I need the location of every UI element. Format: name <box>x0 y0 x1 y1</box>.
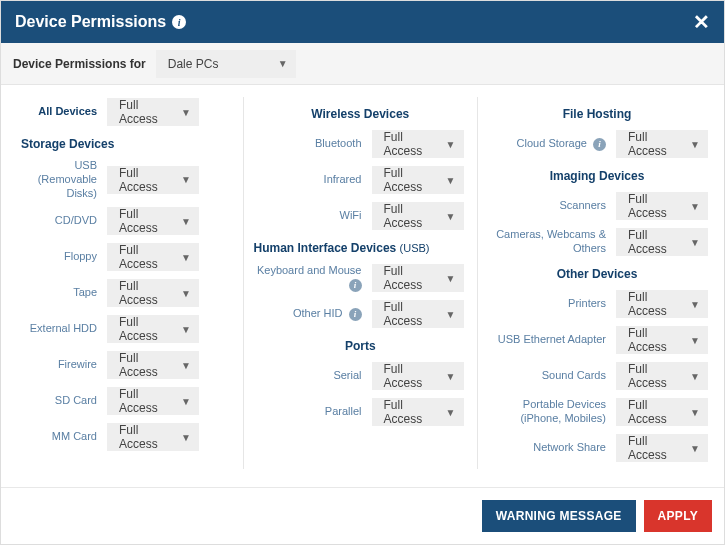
floppy-label: Floppy <box>17 250 107 264</box>
caret-down-icon: ▼ <box>678 237 700 248</box>
bluetooth-label: Bluetooth <box>252 137 372 151</box>
cameras-label: Cameras, Webcams & Others <box>486 228 616 256</box>
column-storage: All Devices Full Access▼ Storage Devices… <box>9 97 243 469</box>
info-icon[interactable]: i <box>593 138 606 151</box>
caret-down-icon: ▼ <box>434 407 456 418</box>
cloud-storage-label: Cloud Storage i <box>486 137 616 151</box>
floppy-select[interactable]: Full Access▼ <box>107 243 199 271</box>
mmcard-select[interactable]: Full Access▼ <box>107 423 199 451</box>
other-hid-label: Other HID i <box>252 307 372 321</box>
file-hosting-title: File Hosting <box>486 107 708 121</box>
tape-select[interactable]: Full Access▼ <box>107 279 199 307</box>
wifi-select[interactable]: Full Access▼ <box>372 202 464 230</box>
serial-label: Serial <box>252 369 372 383</box>
caret-down-icon: ▼ <box>434 371 456 382</box>
caret-down-icon: ▼ <box>169 174 191 185</box>
modal-footer: WARNING MESSAGE APPLY <box>1 487 724 544</box>
scanners-select[interactable]: Full Access▼ <box>616 192 708 220</box>
caret-down-icon: ▼ <box>678 407 700 418</box>
modal-body: All Devices Full Access▼ Storage Devices… <box>1 85 724 487</box>
serial-select[interactable]: Full Access▼ <box>372 362 464 390</box>
device-permissions-modal: Device Permissions i ✕ Device Permission… <box>0 0 725 545</box>
exthdd-label: External HDD <box>17 322 107 336</box>
usb-ethernet-label: USB Ethernet Adapter <box>486 333 616 347</box>
caret-down-icon: ▼ <box>169 216 191 227</box>
scanners-label: Scanners <box>486 199 616 213</box>
keyboard-mouse-select[interactable]: Full Access▼ <box>372 264 464 292</box>
sound-cards-select[interactable]: Full Access▼ <box>616 362 708 390</box>
scope-select[interactable]: Dale PCs ▼ <box>156 50 296 78</box>
exthdd-select[interactable]: Full Access▼ <box>107 315 199 343</box>
tape-label: Tape <box>17 286 107 300</box>
infrared-label: Infrared <box>252 173 372 187</box>
caret-down-icon: ▼ <box>169 288 191 299</box>
info-icon[interactable]: i <box>349 279 362 292</box>
storage-devices-title: Storage Devices <box>17 137 235 151</box>
caret-down-icon: ▼ <box>434 139 456 150</box>
hid-title: Human Interface Devices (USB) <box>252 241 470 255</box>
caret-down-icon: ▼ <box>678 371 700 382</box>
portable-devices-select[interactable]: Full Access▼ <box>616 398 708 426</box>
caret-down-icon: ▼ <box>169 324 191 335</box>
network-share-label: Network Share <box>486 441 616 455</box>
caret-down-icon: ▼ <box>678 299 700 310</box>
caret-down-icon: ▼ <box>169 107 191 118</box>
caret-down-icon: ▼ <box>169 432 191 443</box>
caret-down-icon: ▼ <box>169 252 191 263</box>
modal-header: Device Permissions i ✕ <box>1 1 724 43</box>
scope-label: Device Permissions for <box>13 57 146 71</box>
warning-message-button[interactable]: WARNING MESSAGE <box>482 500 636 532</box>
cameras-select[interactable]: Full Access▼ <box>616 228 708 256</box>
caret-down-icon: ▼ <box>678 201 700 212</box>
network-share-select[interactable]: Full Access▼ <box>616 434 708 462</box>
sdcard-label: SD Card <box>17 394 107 408</box>
cd-label: CD/DVD <box>17 214 107 228</box>
wifi-label: WiFi <box>252 209 372 223</box>
caret-down-icon: ▼ <box>169 360 191 371</box>
caret-down-icon: ▼ <box>678 335 700 346</box>
caret-down-icon: ▼ <box>434 273 456 284</box>
all-devices-select[interactable]: Full Access▼ <box>107 98 199 126</box>
wireless-title: Wireless Devices <box>252 107 470 121</box>
cloud-storage-select[interactable]: Full Access▼ <box>616 130 708 158</box>
bluetooth-select[interactable]: Full Access▼ <box>372 130 464 158</box>
infrared-select[interactable]: Full Access▼ <box>372 166 464 194</box>
mmcard-label: MM Card <box>17 430 107 444</box>
other-devices-title: Other Devices <box>486 267 708 281</box>
apply-button[interactable]: APPLY <box>644 500 712 532</box>
caret-down-icon: ▼ <box>169 396 191 407</box>
sound-cards-label: Sound Cards <box>486 369 616 383</box>
usb-label: USB (Removable Disks) <box>17 159 107 200</box>
caret-down-icon: ▼ <box>434 211 456 222</box>
portable-devices-label: Portable Devices (iPhone, Mobiles) <box>486 398 616 426</box>
caret-down-icon: ▼ <box>434 175 456 186</box>
keyboard-mouse-label: Keyboard and Mouse i <box>252 264 372 292</box>
parallel-label: Parallel <box>252 405 372 419</box>
column-wireless-hid-ports: Wireless Devices BluetoothFull Access▼ I… <box>243 97 478 469</box>
firewire-label: Firewire <box>17 358 107 372</box>
column-file-imaging-other: File Hosting Cloud Storage iFull Access▼… <box>477 97 716 469</box>
caret-down-icon: ▼ <box>678 139 700 150</box>
cd-select[interactable]: Full Access▼ <box>107 207 199 235</box>
printers-select[interactable]: Full Access▼ <box>616 290 708 318</box>
usb-ethernet-select[interactable]: Full Access▼ <box>616 326 708 354</box>
other-hid-select[interactable]: Full Access▼ <box>372 300 464 328</box>
all-devices-label: All Devices <box>17 105 107 119</box>
parallel-select[interactable]: Full Access▼ <box>372 398 464 426</box>
subheader: Device Permissions for Dale PCs ▼ <box>1 43 724 85</box>
usb-select[interactable]: Full Access▼ <box>107 166 199 194</box>
printers-label: Printers <box>486 297 616 311</box>
info-icon[interactable]: i <box>349 308 362 321</box>
modal-title: Device Permissions <box>15 13 166 31</box>
imaging-title: Imaging Devices <box>486 169 708 183</box>
caret-down-icon: ▼ <box>678 443 700 454</box>
info-icon[interactable]: i <box>172 15 186 30</box>
sdcard-select[interactable]: Full Access▼ <box>107 387 199 415</box>
caret-down-icon: ▼ <box>266 58 288 69</box>
scope-select-value: Dale PCs <box>168 57 219 71</box>
caret-down-icon: ▼ <box>434 309 456 320</box>
close-icon[interactable]: ✕ <box>693 10 710 34</box>
ports-title: Ports <box>252 339 470 353</box>
firewire-select[interactable]: Full Access▼ <box>107 351 199 379</box>
